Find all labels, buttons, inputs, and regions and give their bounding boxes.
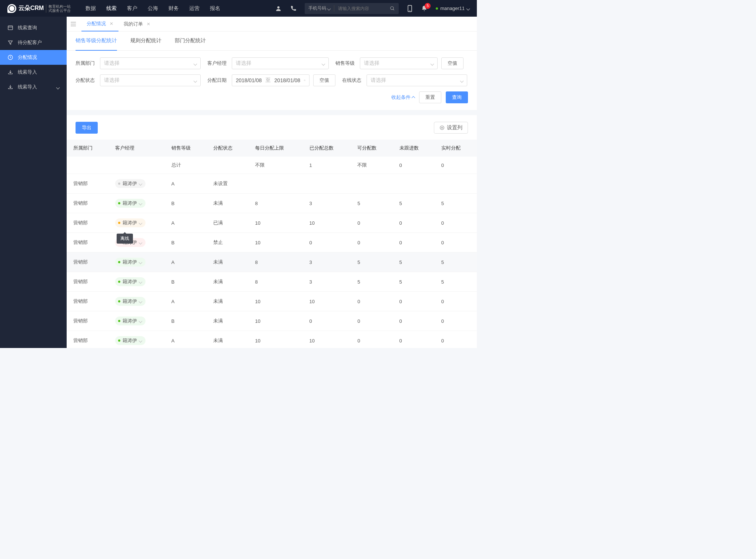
topnav-item[interactable]: 公海 [148, 5, 158, 12]
data-table: 所属部门客户经理销售等级分配状态每日分配上限已分配总数可分配数未跟进数实时分配线… [67, 140, 477, 348]
chevron-down-icon [328, 6, 330, 11]
online-label: 在线状态 [342, 77, 363, 84]
topnav-item[interactable]: 数据 [86, 5, 96, 12]
user-menu[interactable]: manager11 [436, 6, 469, 11]
manager-tag[interactable]: 籍涛伊 [115, 297, 145, 306]
reset-button[interactable]: 重置 [419, 91, 441, 103]
import-icon [7, 69, 13, 75]
column-header[interactable]: 实时分配 [435, 140, 476, 157]
page-tab[interactable]: 分配情况✕ [81, 17, 118, 31]
empty-level-button[interactable]: 空值 [441, 57, 464, 69]
page-tab[interactable]: 我的订单✕ [118, 17, 155, 31]
cell-level: A [165, 331, 207, 348]
column-header[interactable]: 所属部门 [67, 140, 108, 157]
column-header[interactable]: 线索手动分配 [476, 140, 477, 157]
column-header[interactable]: 销售等级 [165, 140, 207, 157]
manager-label: 客户经理 [207, 60, 228, 67]
status-dot-icon [118, 320, 120, 322]
manager-tag[interactable]: 籍涛伊 [115, 277, 145, 286]
empty-date-button[interactable]: 空值 [313, 74, 335, 86]
bell-icon[interactable]: 5 [421, 5, 428, 12]
topnav-item[interactable]: 客户 [127, 5, 137, 12]
table-row[interactable]: 营销部籍涛伊A已满101000000 [67, 213, 477, 233]
search-input[interactable] [334, 6, 386, 11]
date-range-picker[interactable]: 2018/01/08 至 2018/01/08 [232, 74, 310, 86]
logo[interactable]: 云朵CRM 教育机构一站 式服务云平台 [7, 4, 71, 13]
chevron-down-icon [194, 77, 197, 83]
sidebar-item-label: 线索导入 [18, 84, 37, 90]
manager-select[interactable]: 请选择 [232, 57, 329, 69]
cell-status: 未满 [207, 252, 248, 272]
table-row[interactable]: 营销部籍涛伊A未满8355555 [67, 252, 477, 272]
level-select[interactable]: 请选择 [360, 57, 438, 69]
user-icon[interactable] [275, 5, 282, 12]
sidebar-item[interactable]: 线索查询 [0, 20, 67, 35]
manager-tag[interactable]: 籍涛伊 [115, 258, 145, 267]
manager-tag[interactable]: 籍涛伊 [115, 218, 145, 227]
table-row[interactable]: 营销部籍涛伊B未满8355555 [67, 194, 477, 213]
mobile-icon[interactable] [407, 5, 413, 12]
chevron-down-icon [139, 201, 142, 205]
column-header[interactable]: 可分配数 [351, 140, 392, 157]
state-select[interactable]: 请选择 [100, 74, 201, 86]
svg-point-0 [277, 6, 280, 9]
manager-tag[interactable]: 籍涛伊 [115, 336, 145, 345]
topnav-item[interactable]: 报名 [210, 5, 220, 12]
status-dot-icon [118, 300, 120, 302]
topnav-item[interactable]: 财务 [168, 5, 179, 12]
dept-select[interactable]: 请选择 [100, 57, 201, 69]
column-header[interactable]: 客户经理 [108, 140, 165, 157]
sub-tab[interactable]: 销售等级分配统计 [76, 31, 117, 51]
manager-tag[interactable]: 籍涛伊 [115, 179, 145, 188]
column-header[interactable]: 未跟进数 [393, 140, 435, 157]
table-row[interactable]: 营销部籍涛伊B未满10000000 [67, 311, 477, 331]
sub-tab[interactable]: 规则分配统计 [130, 31, 161, 50]
sidebar-item[interactable]: 分配情况 [0, 50, 67, 65]
sub-tabs: 销售等级分配统计规则分配统计部门分配统计 [67, 31, 477, 51]
table-row[interactable]: 营销部籍涛伊A未满101000000 [67, 331, 477, 348]
column-header[interactable]: 每日分配上限 [248, 140, 303, 157]
chevron-down-icon [139, 260, 142, 264]
manager-tag[interactable]: 籍涛伊 [115, 199, 145, 208]
columns-button[interactable]: 设置列 [434, 122, 468, 134]
cell-dept: 营销部 [67, 194, 108, 213]
logo-text: 云朵CRM [19, 4, 44, 12]
sidebar-item-label: 线索查询 [18, 24, 37, 31]
chevron-down-icon [139, 319, 142, 323]
top-nav: 数据线索客户公海财务运营报名 [86, 5, 220, 12]
search-button[interactable] [386, 6, 399, 11]
cell-dept: 营销部 [67, 292, 108, 311]
collapse-icon[interactable] [70, 21, 76, 27]
table-row[interactable]: 营销部籍涛伊B未满8355555 [67, 272, 477, 292]
search-group: 手机号码 [305, 3, 399, 14]
sidebar-item[interactable]: 线索导入 [0, 65, 67, 80]
page-tabs: 分配情况✕我的订单✕ [67, 17, 477, 31]
date-label: 分配日期 [207, 77, 228, 84]
cell-level: B [165, 233, 207, 252]
export-button[interactable]: 导出 [76, 122, 98, 134]
close-icon[interactable]: ✕ [110, 21, 113, 26]
phone-icon[interactable] [290, 5, 297, 12]
svg-rect-11 [304, 80, 305, 81]
column-header[interactable]: 分配状态 [207, 140, 248, 157]
cell-dept: 营销部 [67, 233, 108, 252]
table-row[interactable]: 营销部籍涛伊A未设置 [67, 174, 477, 194]
sidebar-item[interactable]: 线索导入 [0, 80, 67, 94]
sub-tab[interactable]: 部门分配统计 [175, 31, 206, 50]
cell-level: A [165, 292, 207, 311]
close-icon[interactable]: ✕ [147, 21, 150, 27]
online-select[interactable]: 请选择 [367, 74, 467, 86]
topnav-item[interactable]: 运营 [189, 5, 200, 12]
notification-badge: 5 [425, 3, 431, 9]
manager-tag[interactable]: 籍涛伊 [115, 317, 145, 325]
sidebar-item[interactable]: 待分配客户 [0, 35, 67, 50]
collapse-filters-link[interactable]: 收起条件 [391, 94, 415, 101]
logo-subtitle: 教育机构一站 式服务云平台 [46, 4, 71, 13]
status-dot-icon [118, 222, 120, 224]
sidebar: 线索查询待分配客户分配情况线索导入线索导入 [0, 17, 67, 348]
topnav-item[interactable]: 线索 [106, 5, 117, 12]
search-type-select[interactable]: 手机号码 [305, 5, 334, 11]
table-row[interactable]: 营销部籍涛伊A未满101000000 [67, 292, 477, 311]
query-button[interactable]: 查询 [446, 91, 468, 103]
column-header[interactable]: 已分配总数 [303, 140, 351, 157]
